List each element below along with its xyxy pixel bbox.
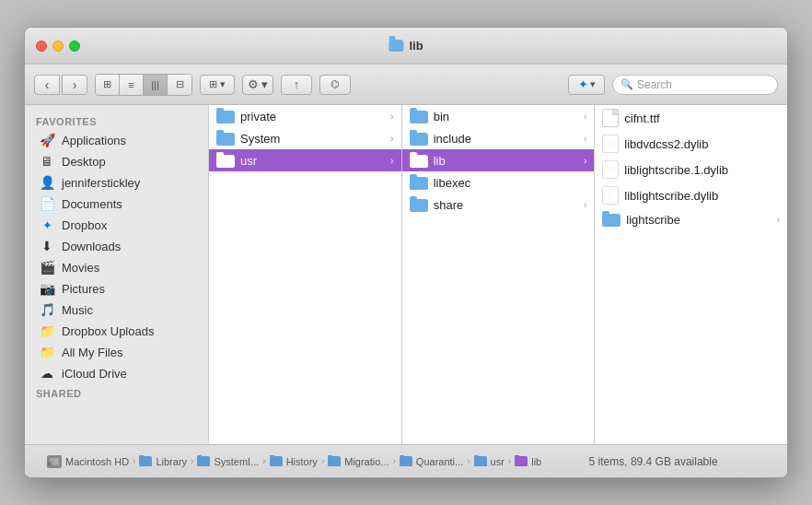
forward-button[interactable]: › bbox=[62, 75, 87, 95]
titlebar: lib bbox=[25, 28, 787, 65]
view-icon-button[interactable]: ⊞ bbox=[96, 75, 120, 95]
dropbox-chevron: ▾ bbox=[590, 78, 596, 90]
list-item[interactable]: include › bbox=[402, 127, 595, 149]
list-item[interactable]: ♡ liblightscribe.dylib bbox=[595, 182, 787, 208]
file-pane-3: cifnt.ttf ♡ libdvdcss2.dylib ♡ liblights… bbox=[595, 105, 787, 444]
sidebar-label-all-my-files: All My Files bbox=[62, 346, 122, 359]
path-label-migration: Migratio... bbox=[344, 456, 389, 467]
folder-icon bbox=[410, 131, 428, 146]
list-item[interactable]: lightscribe › bbox=[595, 208, 787, 230]
sidebar-item-documents[interactable]: 📄 Documents bbox=[29, 194, 204, 214]
path-button[interactable]: ⌬ bbox=[319, 75, 351, 95]
list-item[interactable]: System › bbox=[209, 127, 401, 149]
list-item[interactable]: lib › bbox=[402, 149, 595, 171]
user-icon: 👤 bbox=[40, 175, 54, 190]
sidebar-item-applications[interactable]: 🚀 Applications bbox=[29, 130, 204, 150]
path-folder-icon bbox=[270, 456, 283, 466]
downloads-icon: ⬇ bbox=[40, 239, 54, 253]
file-label: usr bbox=[240, 154, 257, 168]
pictures-icon: 📷 bbox=[40, 281, 54, 296]
path-item-quarantine[interactable]: Quaranti... bbox=[400, 456, 463, 467]
view-column-button[interactable]: ||| bbox=[144, 75, 168, 95]
sidebar-item-desktop[interactable]: 🖥 Desktop bbox=[29, 151, 204, 171]
heart-icon: ♡ bbox=[607, 139, 615, 149]
applications-icon: 🚀 bbox=[40, 133, 54, 147]
title-folder-icon bbox=[389, 40, 403, 52]
sidebar-item-icloud[interactable]: ☁ iCloud Drive bbox=[29, 363, 204, 383]
list-item[interactable]: libexec bbox=[402, 171, 595, 194]
status-text: 5 items, 89.4 GB available bbox=[541, 455, 765, 468]
sidebar-item-movies[interactable]: 🎬 Movies bbox=[29, 257, 204, 277]
close-button[interactable] bbox=[36, 41, 47, 52]
dropbox-button[interactable]: ✦ ▾ bbox=[568, 75, 605, 95]
share-button[interactable]: ↑ bbox=[281, 75, 312, 95]
view-cover-button[interactable]: ⊟ bbox=[168, 75, 191, 95]
desktop-icon: 🖥 bbox=[40, 154, 54, 169]
fullscreen-button[interactable] bbox=[69, 41, 80, 52]
path-item-system[interactable]: SystemI... bbox=[197, 456, 259, 467]
folder-icon bbox=[410, 197, 428, 212]
file-label: lib bbox=[434, 154, 446, 168]
list-item[interactable]: private › bbox=[209, 105, 401, 127]
view-list-button[interactable]: ≡ bbox=[120, 75, 144, 95]
file-label: libdvdcss2.dylib bbox=[624, 137, 708, 151]
search-placeholder: Search bbox=[637, 78, 770, 91]
path-item-usr[interactable]: usr bbox=[474, 456, 505, 467]
list-item[interactable]: cifnt.ttf bbox=[595, 105, 787, 131]
path-label-library: Library bbox=[156, 456, 187, 467]
sidebar-item-pictures[interactable]: 📷 Pictures bbox=[29, 278, 204, 299]
list-item[interactable]: share › bbox=[402, 194, 595, 216]
path-item-hd[interactable]: Macintosh HD bbox=[47, 455, 129, 468]
view-mode-buttons: ⊞ ≡ ||| ⊟ bbox=[95, 74, 192, 96]
path-item-history[interactable]: History bbox=[270, 456, 318, 467]
file-label: liblightscribe.1.dylib bbox=[624, 163, 728, 177]
sidebar-item-user[interactable]: 👤 jenniferstickley bbox=[29, 172, 204, 193]
list-item[interactable]: ♡ libdvdcss2.dylib bbox=[595, 131, 787, 157]
folder-icon bbox=[216, 109, 235, 123]
path-folder-icon bbox=[328, 456, 341, 466]
statusbar-close-button[interactable]: ✕ bbox=[43, 458, 56, 471]
file-label: liblightscribe.dylib bbox=[624, 189, 718, 203]
list-item[interactable]: usr › bbox=[209, 149, 401, 171]
path-label-lib: lib bbox=[531, 456, 541, 467]
file-label: lightscribe bbox=[626, 213, 680, 227]
path-item-library[interactable]: Library bbox=[139, 456, 187, 467]
sidebar-section-favorites: Favorites bbox=[25, 112, 208, 129]
arrange-button[interactable]: ⊞ ▾ bbox=[200, 75, 235, 95]
doc-icon bbox=[602, 109, 619, 127]
sidebar-item-downloads[interactable]: ⬇ Downloads bbox=[29, 236, 204, 256]
action-button[interactable]: ⚙ ▾ bbox=[242, 75, 273, 95]
back-button[interactable]: ‹ bbox=[34, 75, 60, 95]
sidebar-label-icloud: iCloud Drive bbox=[62, 367, 127, 381]
window-title-text: lib bbox=[409, 39, 423, 53]
dropbox-sidebar-icon: ✦ bbox=[40, 217, 54, 232]
path-separator: › bbox=[467, 456, 470, 466]
sidebar-label-documents: Documents bbox=[62, 197, 122, 211]
chevron-right-icon: › bbox=[584, 156, 586, 166]
sidebar-item-dropbox[interactable]: ✦ Dropbox bbox=[29, 215, 204, 235]
sidebar-item-dropbox-uploads[interactable]: 📁 Dropbox Uploads bbox=[29, 321, 204, 341]
chevron-right-icon: › bbox=[390, 112, 393, 122]
sidebar-item-all-my-files[interactable]: 📁 All My Files bbox=[29, 342, 204, 362]
path-label-usr: usr bbox=[491, 456, 505, 467]
nav-buttons: ‹ › bbox=[34, 75, 87, 95]
folder-icon bbox=[216, 153, 235, 168]
path-label-hd: Macintosh HD bbox=[65, 456, 129, 467]
movies-icon: 🎬 bbox=[40, 260, 54, 275]
statusbar: ✕ Macintosh HD › Library › SystemI... › bbox=[25, 444, 787, 477]
minimize-button[interactable] bbox=[52, 41, 64, 52]
path-item-lib[interactable]: lib bbox=[515, 456, 541, 467]
path-separator: › bbox=[133, 456, 135, 466]
sidebar-item-music[interactable]: 🎵 Music bbox=[29, 299, 204, 320]
sidebar-label-dropbox: Dropbox bbox=[62, 218, 107, 232]
search-box[interactable]: 🔍 Search bbox=[612, 75, 778, 95]
path-item-migration[interactable]: Migratio... bbox=[328, 456, 389, 467]
list-item[interactable]: ♡ liblightscribe.1.dylib bbox=[595, 157, 787, 182]
main-content: Favorites 🚀 Applications 🖥 Desktop 👤 jen… bbox=[25, 105, 787, 444]
file-pane-1: private › System › usr › bbox=[209, 105, 402, 444]
finder-window: lib ‹ › ⊞ ≡ ||| ⊟ ⊞ ▾ ⚙ ▾ ↑ ⌬ ✦ ▾ 🔍 Sear… bbox=[24, 27, 788, 478]
file-label: libexec bbox=[434, 176, 470, 190]
path-separator: › bbox=[191, 456, 193, 466]
list-item[interactable]: bin › bbox=[402, 105, 595, 127]
dylib-icon: ♡ bbox=[602, 160, 619, 179]
